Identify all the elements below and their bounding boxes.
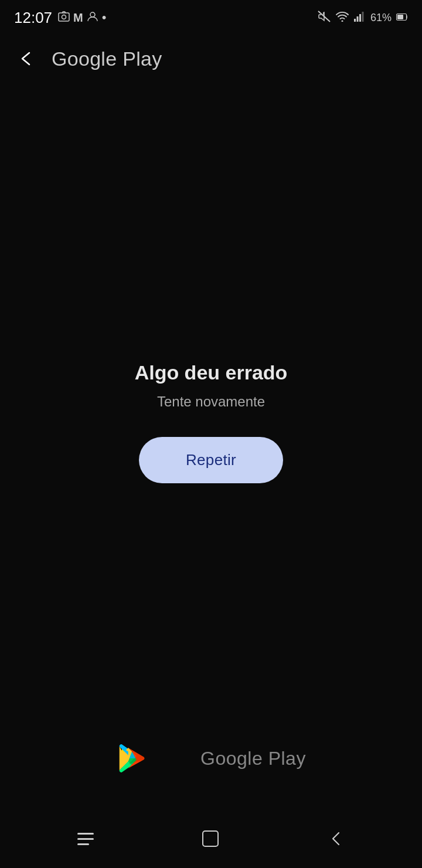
- signal-icon: [354, 11, 366, 25]
- svg-text:+: +: [346, 12, 349, 16]
- status-bar: 12:07 M •: [0, 0, 422, 35]
- svg-rect-5: [354, 19, 356, 22]
- home-icon: [202, 830, 219, 847]
- main-content: Algo deu errado Tente novamente Repetir: [0, 82, 422, 762]
- svg-point-1: [62, 15, 66, 19]
- google-play-icon: [116, 742, 148, 774]
- app-bar: Google Play: [0, 35, 422, 82]
- home-button[interactable]: [185, 825, 236, 853]
- svg-rect-7: [359, 14, 361, 22]
- wifi-icon: +: [335, 11, 349, 25]
- retry-button[interactable]: Repetir: [139, 437, 283, 483]
- bottom-logo-text: Google Play: [200, 748, 306, 769]
- battery-percent: 61%: [370, 12, 392, 24]
- system-back-button[interactable]: [309, 824, 362, 853]
- page-title: Google Play: [52, 48, 162, 70]
- status-icons-left: M •: [58, 10, 106, 25]
- mute-icon: [318, 11, 331, 25]
- dot-icon: •: [102, 10, 107, 25]
- mail-icon: M: [73, 11, 83, 25]
- svg-rect-0: [59, 13, 69, 21]
- back-chevron-icon: [327, 830, 345, 847]
- recent-apps-icon: [77, 833, 94, 845]
- status-time: 12:07: [14, 9, 52, 27]
- bottom-logo: Google Play: [116, 742, 306, 774]
- photo-icon: [58, 11, 70, 25]
- svg-point-2: [90, 12, 95, 17]
- svg-rect-8: [362, 12, 363, 22]
- back-button[interactable]: [12, 45, 40, 73]
- status-left: 12:07 M •: [14, 9, 106, 27]
- error-title: Algo deu errado: [135, 361, 288, 384]
- account-icon: [87, 11, 98, 25]
- svg-rect-6: [356, 16, 358, 22]
- svg-point-3: [341, 20, 343, 22]
- recent-apps-button[interactable]: [60, 827, 111, 851]
- status-right: + 61%: [318, 11, 408, 25]
- error-subtitle: Tente novamente: [157, 394, 265, 410]
- nav-bar: [0, 809, 422, 868]
- svg-rect-10: [397, 15, 403, 19]
- battery-icon: [396, 12, 408, 24]
